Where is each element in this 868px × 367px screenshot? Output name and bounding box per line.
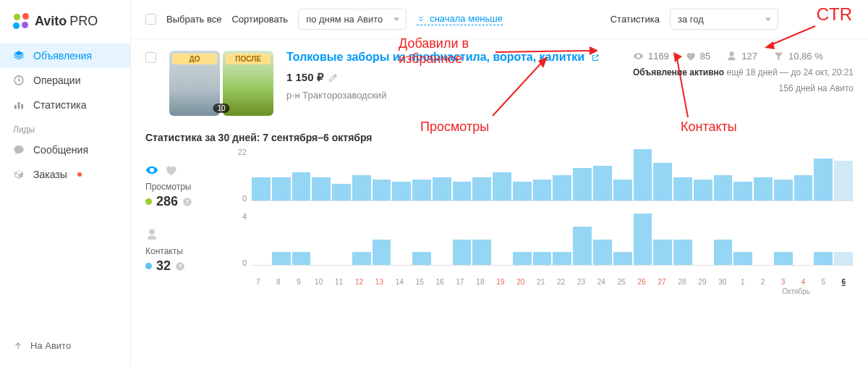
chart-bar bbox=[814, 252, 833, 265]
metric-favorites: 85 bbox=[685, 51, 710, 62]
layers-icon bbox=[13, 50, 25, 62]
nav-section-leads: Лиды bbox=[0, 117, 130, 138]
chart-bar bbox=[252, 177, 271, 201]
sidebar-item-label: Заказы bbox=[33, 169, 67, 180]
svg-rect-2 bbox=[18, 102, 20, 109]
notification-dot bbox=[77, 172, 82, 177]
metric-views: 1169 bbox=[633, 51, 669, 62]
toggle-favorites-icon[interactable] bbox=[164, 164, 177, 179]
sort-label: Сортировать bbox=[231, 14, 288, 25]
listing-title-link[interactable]: Толковые заборы из профнастила, ворота, … bbox=[286, 51, 600, 63]
help-icon[interactable]: ? bbox=[175, 261, 185, 271]
svg-text:?: ? bbox=[179, 263, 182, 269]
svg-rect-1 bbox=[14, 105, 17, 109]
sidebar-item-messages[interactable]: Сообщения bbox=[0, 138, 130, 162]
sidebar-item-label: Статистика bbox=[33, 99, 87, 111]
stats-period-select[interactable]: за год bbox=[670, 9, 778, 30]
chart-bar bbox=[613, 180, 632, 201]
chart-bar bbox=[533, 180, 552, 201]
help-icon[interactable]: ? bbox=[182, 197, 192, 207]
chart-bar bbox=[573, 227, 592, 265]
arrow-up-icon bbox=[13, 341, 23, 351]
stats-label: Статистика bbox=[610, 14, 660, 25]
sidebar-item-listings[interactable]: Объявления bbox=[0, 43, 130, 68]
svg-rect-3 bbox=[21, 104, 23, 109]
chart-bar bbox=[593, 166, 612, 201]
chart-bar bbox=[453, 182, 472, 201]
chart-bar bbox=[472, 240, 491, 266]
chart-bar bbox=[573, 168, 592, 201]
sort-asc-icon bbox=[417, 14, 425, 23]
chart-bar bbox=[373, 180, 391, 201]
brand-suffix: PRO bbox=[69, 14, 98, 29]
chart-bar bbox=[634, 214, 652, 265]
chart-bar bbox=[332, 184, 351, 201]
sidebar-item-stats[interactable]: Статистика bbox=[0, 93, 130, 117]
chart-bar bbox=[733, 252, 752, 265]
funnel-icon bbox=[773, 51, 784, 62]
heart-icon bbox=[685, 51, 696, 62]
bars-icon bbox=[13, 99, 25, 111]
chart-bar bbox=[714, 175, 733, 201]
thumb-count-badge: 10 bbox=[213, 104, 229, 113]
edit-price-icon[interactable] bbox=[328, 73, 338, 83]
chart-bar bbox=[673, 240, 692, 266]
chart-bar bbox=[433, 177, 451, 201]
thumb-after: ПОСЛЕ bbox=[223, 51, 273, 116]
chart-bar bbox=[392, 182, 411, 201]
sidebar-footer-link[interactable]: На Авито bbox=[0, 333, 130, 358]
nav-leads: Сообщения Заказы bbox=[0, 138, 130, 187]
chart-bar bbox=[272, 177, 291, 201]
box-icon bbox=[13, 169, 25, 180]
chart-bar bbox=[634, 149, 652, 201]
chart-bar bbox=[553, 252, 571, 265]
chart-bar bbox=[814, 159, 833, 201]
chart-bar bbox=[493, 172, 511, 201]
chart-bar bbox=[774, 252, 793, 265]
listing-status: Объявление активно ещё 18 дней — до 24 о… bbox=[633, 67, 854, 77]
sidebar-footer-label: На Авито bbox=[30, 340, 71, 351]
listing-checkbox[interactable] bbox=[145, 52, 156, 63]
eye-icon bbox=[633, 51, 644, 62]
person-icon bbox=[726, 51, 737, 62]
toggle-contacts-icon[interactable] bbox=[145, 228, 158, 243]
chart-bar bbox=[312, 177, 331, 201]
chart-bar bbox=[412, 252, 431, 265]
chart-bar bbox=[754, 177, 773, 201]
legend-views: Просмотры 286? bbox=[145, 149, 210, 209]
listing-metrics: 1169 85 127 10,86 % bbox=[633, 51, 854, 62]
sidebar-item-label: Объявления bbox=[33, 50, 92, 62]
toolbar: Выбрать все Сортировать по дням на Авито… bbox=[131, 0, 868, 39]
chart-bar bbox=[352, 175, 371, 201]
svg-text:?: ? bbox=[186, 198, 190, 205]
listing-district: р-н Тракторозаводский bbox=[286, 90, 620, 101]
chart-bar bbox=[412, 180, 431, 201]
sidebar-item-operations[interactable]: Операции bbox=[0, 68, 130, 93]
sort-select[interactable]: по дням на Авито bbox=[298, 9, 407, 30]
toggle-views-icon[interactable] bbox=[145, 164, 158, 179]
chart-contacts: 4 0 bbox=[232, 214, 854, 266]
sort-direction-link[interactable]: сначала меньше bbox=[417, 13, 503, 25]
chart-bar bbox=[292, 252, 311, 265]
sidebar-item-orders[interactable]: Заказы bbox=[0, 162, 130, 187]
chart-bar bbox=[673, 177, 692, 201]
logo[interactable]: Avito PRO bbox=[0, 13, 130, 43]
legend-contacts: Контакты 32? bbox=[145, 214, 210, 274]
thumb-before: ДО bbox=[169, 51, 220, 116]
chart-bar bbox=[774, 180, 793, 201]
listing-thumbnails[interactable]: ДО ПОСЛЕ 10 bbox=[169, 51, 273, 116]
chart-bar bbox=[714, 240, 733, 266]
chart-bar bbox=[733, 182, 752, 201]
listing-card: ДО ПОСЛЕ 10 Толковые заборы из профнасти… bbox=[131, 39, 868, 303]
select-all-checkbox[interactable] bbox=[145, 14, 156, 25]
chart-bar bbox=[834, 161, 853, 201]
sidebar-item-label: Операции bbox=[33, 75, 81, 86]
chart-bar bbox=[613, 252, 632, 265]
metric-ctr: 10,86 % bbox=[773, 51, 823, 62]
chart-bar bbox=[472, 177, 491, 201]
listing-days-on: 156 дней на Авито bbox=[633, 83, 854, 93]
sidebar-item-label: Сообщения bbox=[33, 144, 88, 156]
external-link-icon bbox=[591, 54, 600, 62]
chart-bar bbox=[513, 182, 532, 201]
brand-name: Avito bbox=[35, 14, 67, 29]
